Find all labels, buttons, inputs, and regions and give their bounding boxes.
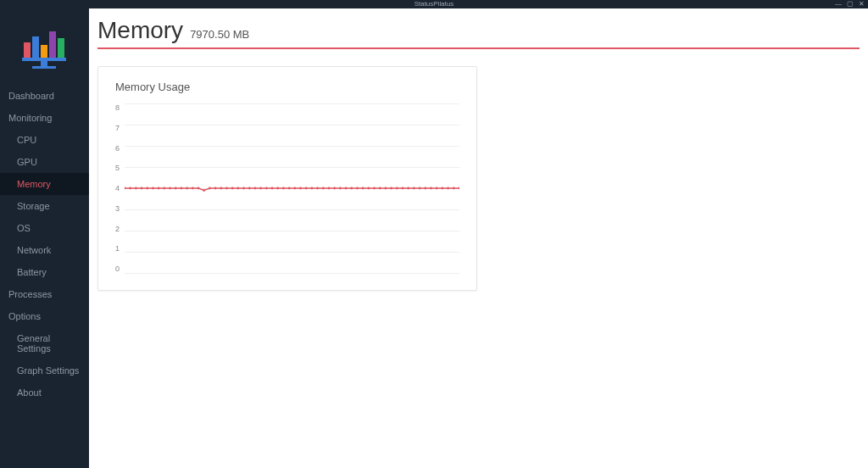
svg-rect-3 [49,31,56,58]
chart-point [276,187,279,190]
chart-point [339,187,342,190]
svg-rect-5 [22,58,66,61]
logo-icon [15,21,75,72]
chart-point [231,187,234,190]
chart-point [265,187,268,190]
sidebar-item-graph-settings[interactable]: Graph Settings [0,359,89,382]
y-tick-label: 7 [115,124,120,132]
svg-rect-7 [32,66,56,69]
y-tick-label: 6 [115,144,120,153]
y-tick-label: 8 [115,103,120,112]
chart-point [220,187,222,190]
chart-point [333,187,336,190]
svg-rect-6 [41,61,47,66]
window-titlebar: StatusPilatus — ▢ ✕ [0,0,868,8]
chart-point [125,187,125,190]
chart-point [424,187,426,190]
y-tick-label: 3 [115,204,120,213]
chart-point [459,187,459,190]
y-tick-label: 1 [115,244,120,253]
sidebar-item-dashboard[interactable]: Dashboard [0,85,89,107]
chart-point [141,187,143,190]
minimize-icon[interactable]: — [835,0,842,8]
chart-point [282,187,285,190]
chart-point [237,187,240,190]
chart-point [322,187,325,190]
chart-point [288,187,291,190]
sidebar: Dashboard Monitoring CPU GPU Memory Stor… [0,8,89,468]
chart-point [135,187,137,190]
svg-rect-4 [58,38,64,58]
chart-point [413,187,415,190]
page-subtitle: 7970.50 MB [190,28,249,41]
chart-point [186,187,188,190]
page-header: Memory 7970.50 MB [97,17,860,49]
chart-point [152,187,154,190]
chart-point [436,187,438,190]
chart-y-axis: 876543210 [115,103,125,273]
chart-point [373,187,376,190]
sidebar-item-general-settings[interactable]: General Settings [0,327,89,359]
sidebar-item-battery[interactable]: Battery [0,261,89,283]
window-controls: — ▢ ✕ [835,0,865,8]
sidebar-item-cpu[interactable]: CPU [0,129,89,151]
app-logo [0,8,89,85]
chart-point [271,187,274,190]
window-title: StatusPilatus [415,0,454,8]
grid-line [125,273,459,274]
chart-point [316,187,319,190]
chart-point [305,187,308,190]
chart-point [248,187,251,190]
sidebar-section-options[interactable]: Options [0,305,89,327]
sidebar-section-monitoring[interactable]: Monitoring [0,107,89,129]
page-title: Memory [97,17,183,44]
chart-point [163,187,165,190]
chart-point [203,189,205,192]
sidebar-item-storage[interactable]: Storage [0,195,89,217]
chart-point [259,187,262,190]
memory-usage-card: Memory Usage 876543210 [97,66,477,291]
chart-point [447,187,449,190]
chart-point [328,187,331,190]
chart-point [407,187,409,190]
chart-point [198,187,200,190]
y-tick-label: 2 [115,225,120,233]
sidebar-item-gpu[interactable]: GPU [0,151,89,173]
sidebar-item-memory[interactable]: Memory [0,173,89,195]
sidebar-item-os[interactable]: OS [0,217,89,239]
card-title: Memory Usage [115,81,459,93]
chart-point [362,187,364,190]
chart-point [385,187,387,190]
y-tick-label: 4 [115,184,120,192]
svg-rect-2 [41,45,47,58]
sidebar-item-about[interactable]: About [0,382,89,404]
sidebar-item-processes[interactable]: Processes [0,283,89,305]
chart-point [379,187,381,190]
chart-point [350,187,353,190]
chart-point [169,187,171,190]
memory-line-chart [125,103,459,273]
main-content: Memory 7970.50 MB Memory Usage 876543210 [89,8,868,468]
chart-point [402,187,404,190]
chart-point [419,187,421,190]
chart-point [192,187,194,190]
y-tick-label: 0 [115,265,120,273]
chart-point [356,187,359,190]
chart-point [396,187,398,190]
svg-rect-1 [32,36,39,58]
chart-point [293,187,296,190]
chart-point [442,187,444,190]
y-tick-label: 5 [115,164,120,172]
sidebar-item-network[interactable]: Network [0,239,89,261]
maximize-icon[interactable]: ▢ [847,0,854,8]
chart-point [146,187,148,190]
chart-point [209,187,211,190]
chart-point [225,187,228,190]
chart-point [175,187,177,190]
chart-point [345,187,348,190]
chart-point [299,187,302,190]
svg-rect-0 [24,42,31,58]
chart-point [254,187,257,190]
close-icon[interactable]: ✕ [859,0,865,8]
chart-point [158,187,160,190]
